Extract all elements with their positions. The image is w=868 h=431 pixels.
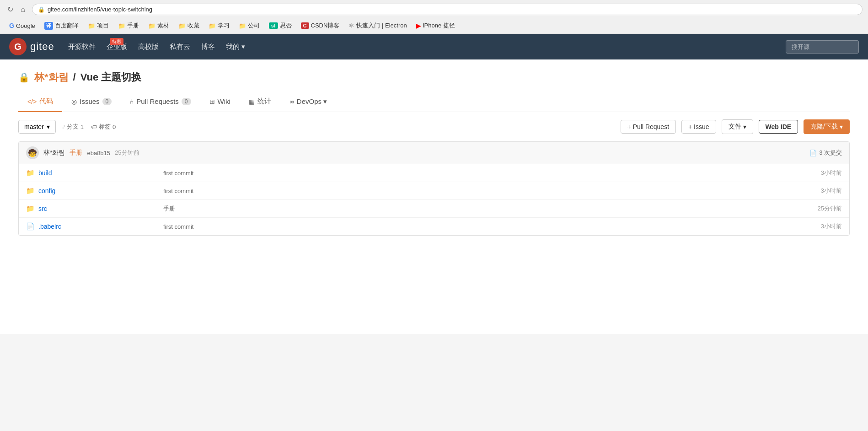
url-text: gitee.com/linzhifen5/vue-topic-switching	[48, 6, 152, 13]
tab-code[interactable]: </> 代码	[18, 92, 62, 112]
issues-icon: ◎	[71, 98, 77, 105]
tab-label: Wiki	[218, 97, 230, 105]
web-ide-button[interactable]: Web IDE	[759, 120, 798, 134]
nav-opensource[interactable]: 开源软件	[68, 43, 96, 51]
commit-author-avatar: 🧒	[26, 146, 39, 159]
gitee-nav-items: 开源软件 企业版 特惠 高校版 私有云 博客 我的 ▾	[68, 43, 786, 51]
gitee-logo[interactable]: G gitee	[9, 38, 54, 55]
sf-icon: sf	[269, 22, 278, 29]
csdn-icon: C	[301, 22, 309, 29]
issue-button[interactable]: + Issue	[681, 120, 716, 134]
bookmark-materials[interactable]: 📁 素材	[145, 21, 173, 31]
bookmark-iphone[interactable]: ▶ iPhone 捷径	[413, 21, 459, 31]
folder-icon: 📁	[88, 22, 95, 29]
file-commit-msg: first commit	[163, 188, 805, 194]
file-name-build[interactable]: 📁 build	[26, 169, 163, 177]
commit-info-row: 🧒 林*화림 手册 eba8b15 25分钟前 📄 3 次提交	[19, 142, 849, 164]
folder-icon: 📁	[209, 22, 216, 29]
bookmark-label: 手册	[127, 22, 139, 30]
bookmark-translate[interactable]: 译 百度翻译	[41, 21, 82, 31]
branch-name: master	[24, 123, 44, 130]
file-name-config[interactable]: 📁 config	[26, 187, 163, 195]
repo-owner-link[interactable]: 林*화림	[34, 70, 69, 84]
bookmark-favorites[interactable]: 📁 收藏	[175, 21, 203, 31]
bookmark-projects[interactable]: 📁 项目	[84, 21, 113, 31]
tab-wiki[interactable]: ⊞ Wiki	[200, 92, 240, 112]
electron-icon: ⚛	[348, 22, 354, 29]
chevron-down-icon: ▾	[743, 123, 746, 130]
bookmark-label: 学习	[218, 22, 230, 30]
bookmark-label: 思否	[280, 22, 292, 30]
repo-name: Vue 主题切换	[80, 70, 142, 84]
branch-selector[interactable]: master ▾	[18, 120, 56, 134]
tag-count-value: 0	[113, 124, 116, 130]
table-row: 📄 .babelrc first commit 3小时前	[19, 218, 849, 235]
bookmark-label: 公司	[248, 22, 260, 30]
file-time: 3小时前	[805, 169, 842, 177]
bookmark-label: 收藏	[188, 22, 199, 30]
bookmark-label: iPhone 捷径	[423, 22, 455, 30]
gitee-search[interactable]	[786, 40, 859, 54]
bookmark-label: 项目	[97, 22, 109, 30]
nav-enterprise[interactable]: 企业版 特惠	[107, 43, 127, 51]
home-icon[interactable]: ⌂	[18, 5, 27, 14]
repo-tabs: </> 代码 ◎ Issues 0 ⑃ Pull Requests 0 ⊞ Wi…	[18, 92, 850, 112]
tab-label: Issues	[80, 97, 99, 105]
folder-icon: 📁	[26, 205, 35, 213]
pull-request-button[interactable]: + Pull Request	[621, 120, 676, 134]
address-bar[interactable]: 🔒 gitee.com/linzhifen5/vue-topic-switchi…	[32, 4, 863, 15]
file-commit-msg: first commit	[163, 170, 805, 177]
tag-count-label: 标签	[99, 123, 111, 131]
bookmark-manual[interactable]: 📁 手册	[114, 21, 143, 31]
nav-university[interactable]: 高校版	[138, 43, 159, 51]
repo-lock-icon: 🔒	[18, 72, 30, 83]
bookmark-label: 百度翻译	[55, 22, 79, 30]
bookmark-electron[interactable]: ⚛ 快速入门 | Electron	[345, 21, 410, 31]
chevron-down-icon: ▾	[47, 123, 50, 130]
tab-issues[interactable]: ◎ Issues 0	[62, 92, 121, 112]
issues-badge: 0	[102, 98, 112, 105]
security-lock-icon: 🔒	[38, 6, 45, 13]
bookmark-csdn[interactable]: C CSDN博客	[297, 21, 343, 31]
commit-count: 📄 3 次提交	[809, 149, 842, 157]
wiki-icon: ⊞	[209, 98, 215, 105]
repo-header: 🔒 林*화림 / Vue 主题切换 </> 代码 ◎ Issues 0 ⑃ Pu…	[0, 59, 868, 112]
clone-download-button[interactable]: 克隆/下载 ▾	[804, 119, 850, 134]
folder-icon: 📁	[118, 22, 125, 29]
gitee-logo-icon: G	[9, 38, 27, 55]
file-name-babelrc[interactable]: 📄 .babelrc	[26, 222, 163, 231]
bookmark-company[interactable]: 📁 公司	[235, 21, 263, 31]
commit-manual-link[interactable]: 手册	[70, 149, 82, 157]
devops-icon: ∞	[289, 98, 294, 105]
bookmarks-bar: G Google 译 百度翻译 📁 项目 📁 手册 📁 素材 📁 收藏 📁 学习	[0, 19, 868, 33]
tab-pull-requests[interactable]: ⑃ Pull Requests 0	[121, 92, 200, 112]
tab-label: 代码	[39, 97, 53, 106]
file-commit-msg: 手册	[163, 205, 805, 213]
google-icon: G	[9, 22, 14, 29]
nav-mine[interactable]: 我的 ▾	[226, 43, 245, 51]
bookmark-google[interactable]: G Google	[5, 21, 39, 30]
pr-badge: 0	[182, 98, 191, 105]
bookmark-study[interactable]: 📁 学习	[205, 21, 233, 31]
bookmark-label: 素材	[157, 22, 169, 30]
search-input[interactable]	[786, 40, 859, 54]
file-name-src[interactable]: 📁 src	[26, 205, 163, 213]
nav-blog[interactable]: 博客	[201, 43, 215, 51]
branch-count-label: 分支	[67, 123, 79, 131]
table-row: 📁 build first commit 3小时前	[19, 164, 849, 182]
commit-hash: eba8b15	[87, 150, 110, 156]
translate-icon: 译	[44, 22, 53, 30]
tab-stats[interactable]: ▦ 统计	[240, 92, 280, 112]
tab-devops[interactable]: ∞ DevOps ▾	[280, 92, 336, 112]
browser-toolbar: ↻ ⌂ 🔒 gitee.com/linzhifen5/vue-topic-swi…	[0, 0, 868, 19]
file-time: 3小时前	[805, 187, 842, 195]
nav-private-cloud[interactable]: 私有云	[170, 43, 190, 51]
folder-icon: 📁	[26, 187, 35, 195]
reload-icon[interactable]: ↻	[5, 5, 15, 14]
branch-icon: ⑂	[61, 124, 65, 130]
tab-label: Pull Requests	[136, 97, 179, 105]
file-button[interactable]: 文件 ▾	[722, 119, 753, 134]
youtube-icon: ▶	[416, 22, 421, 29]
gitee-logo-text: gitee	[30, 41, 54, 53]
bookmark-sifan[interactable]: sf 思否	[265, 21, 295, 31]
